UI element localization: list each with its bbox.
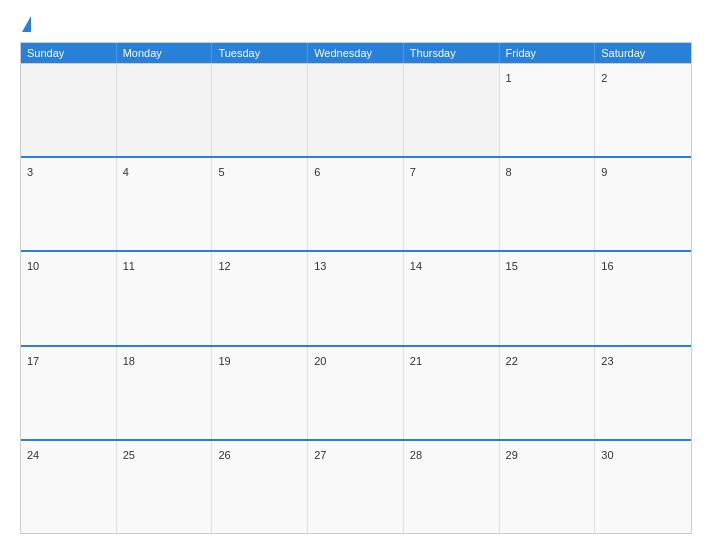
day-number: 28 — [410, 449, 422, 461]
header-cell-monday: Monday — [117, 43, 213, 63]
day-number: 27 — [314, 449, 326, 461]
day-number: 30 — [601, 449, 613, 461]
header-cell-tuesday: Tuesday — [212, 43, 308, 63]
calendar-cell: 15 — [500, 252, 596, 344]
calendar-cell: 28 — [404, 441, 500, 533]
logo-triangle-icon — [22, 16, 31, 32]
day-number: 15 — [506, 260, 518, 272]
day-number: 21 — [410, 355, 422, 367]
calendar-cell: 1 — [500, 64, 596, 156]
calendar-cell: 10 — [21, 252, 117, 344]
week-row-2: 10111213141516 — [21, 250, 691, 344]
calendar-cell: 21 — [404, 347, 500, 439]
day-number: 16 — [601, 260, 613, 272]
calendar: SundayMondayTuesdayWednesdayThursdayFrid… — [20, 42, 692, 534]
day-number: 24 — [27, 449, 39, 461]
calendar-cell: 26 — [212, 441, 308, 533]
day-number: 29 — [506, 449, 518, 461]
day-number: 5 — [218, 166, 224, 178]
calendar-cell: 18 — [117, 347, 213, 439]
day-number: 23 — [601, 355, 613, 367]
day-number: 3 — [27, 166, 33, 178]
day-number: 20 — [314, 355, 326, 367]
day-number: 6 — [314, 166, 320, 178]
header — [20, 16, 692, 34]
day-number: 7 — [410, 166, 416, 178]
day-number: 13 — [314, 260, 326, 272]
calendar-cell: 25 — [117, 441, 213, 533]
day-number: 8 — [506, 166, 512, 178]
calendar-cell: 5 — [212, 158, 308, 250]
calendar-cell: 17 — [21, 347, 117, 439]
calendar-cell: 19 — [212, 347, 308, 439]
week-row-0: 12 — [21, 63, 691, 156]
calendar-cell: 16 — [595, 252, 691, 344]
calendar-cell: 3 — [21, 158, 117, 250]
calendar-cell: 8 — [500, 158, 596, 250]
calendar-header-row: SundayMondayTuesdayWednesdayThursdayFrid… — [21, 43, 691, 63]
calendar-cell: 27 — [308, 441, 404, 533]
calendar-body: 1234567891011121314151617181920212223242… — [21, 63, 691, 533]
day-number: 17 — [27, 355, 39, 367]
week-row-4: 24252627282930 — [21, 439, 691, 533]
calendar-cell: 6 — [308, 158, 404, 250]
calendar-cell — [212, 64, 308, 156]
calendar-cell: 13 — [308, 252, 404, 344]
calendar-cell: 12 — [212, 252, 308, 344]
day-number: 4 — [123, 166, 129, 178]
calendar-cell: 30 — [595, 441, 691, 533]
calendar-cell — [404, 64, 500, 156]
calendar-cell: 4 — [117, 158, 213, 250]
day-number: 18 — [123, 355, 135, 367]
calendar-cell: 22 — [500, 347, 596, 439]
day-number: 22 — [506, 355, 518, 367]
day-number: 2 — [601, 72, 607, 84]
calendar-cell: 7 — [404, 158, 500, 250]
day-number: 11 — [123, 260, 135, 272]
calendar-cell — [308, 64, 404, 156]
logo — [20, 16, 31, 34]
calendar-cell: 11 — [117, 252, 213, 344]
header-cell-saturday: Saturday — [595, 43, 691, 63]
calendar-cell — [21, 64, 117, 156]
week-row-3: 17181920212223 — [21, 345, 691, 439]
day-number: 26 — [218, 449, 230, 461]
header-cell-friday: Friday — [500, 43, 596, 63]
calendar-cell: 9 — [595, 158, 691, 250]
calendar-cell: 14 — [404, 252, 500, 344]
week-row-1: 3456789 — [21, 156, 691, 250]
day-number: 10 — [27, 260, 39, 272]
calendar-cell — [117, 64, 213, 156]
page: SundayMondayTuesdayWednesdayThursdayFrid… — [0, 0, 712, 550]
day-number: 25 — [123, 449, 135, 461]
day-number: 9 — [601, 166, 607, 178]
header-cell-wednesday: Wednesday — [308, 43, 404, 63]
day-number: 12 — [218, 260, 230, 272]
calendar-cell: 2 — [595, 64, 691, 156]
calendar-cell: 20 — [308, 347, 404, 439]
header-cell-sunday: Sunday — [21, 43, 117, 63]
calendar-cell: 29 — [500, 441, 596, 533]
day-number: 19 — [218, 355, 230, 367]
header-cell-thursday: Thursday — [404, 43, 500, 63]
calendar-cell: 23 — [595, 347, 691, 439]
calendar-cell: 24 — [21, 441, 117, 533]
day-number: 1 — [506, 72, 512, 84]
day-number: 14 — [410, 260, 422, 272]
